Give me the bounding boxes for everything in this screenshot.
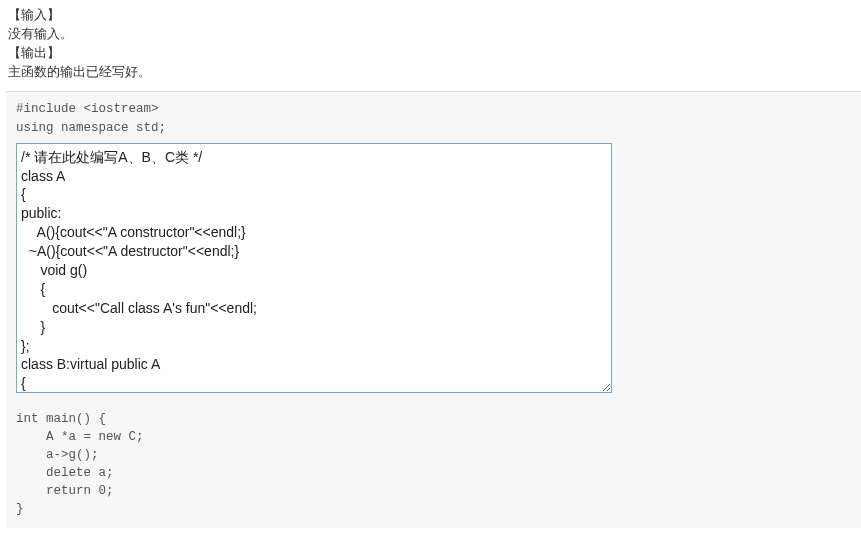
output-header: 【输出】 xyxy=(8,44,853,63)
output-body: 主函数的输出已经写好。 xyxy=(8,63,853,82)
input-header: 【输入】 xyxy=(8,6,853,25)
input-body: 没有输入。 xyxy=(8,25,853,44)
code-before: #include <iostream> using namespace std; xyxy=(16,100,851,136)
code-after: int main() { A *a = new C; a->g(); delet… xyxy=(16,410,851,519)
problem-description: 【输入】 没有输入。 【输出】 主函数的输出已经写好。 xyxy=(0,0,861,91)
editor-wrap xyxy=(16,143,851,396)
code-editor[interactable] xyxy=(16,143,612,393)
code-frame: #include <iostream> using namespace std;… xyxy=(6,91,861,528)
